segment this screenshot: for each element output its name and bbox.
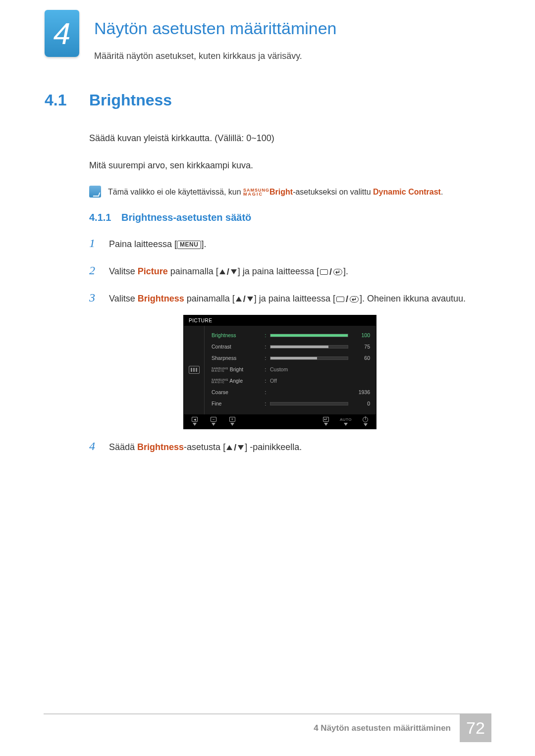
section-paragraph-2: Mitä suurempi arvo, sen kirkkaampi kuva.: [89, 158, 490, 173]
note-mid: -asetukseksi on valittu: [293, 188, 373, 196]
step4-pre: Säädä: [109, 442, 137, 452]
magic-bottom: MAGIC: [243, 192, 269, 196]
osd-header: PICTURE: [184, 315, 376, 326]
source-enter-icon: /: [336, 292, 359, 307]
osd-row-fine: Fine : 0: [212, 398, 370, 409]
step4-post: ] -painikkeella.: [245, 442, 302, 452]
step3-mid1: painamalla [: [184, 294, 235, 303]
source-enter-icon: /: [320, 264, 342, 280]
step-3-text: Valitse Brightness painamalla [/] ja pai…: [109, 291, 466, 307]
step2-pre: Valitse: [109, 266, 138, 276]
up-down-arrow-icon: /: [226, 440, 244, 455]
osd-plus-icon: +: [229, 417, 235, 426]
osd-value: 1936: [353, 389, 370, 395]
step-3: 3 Valitse Brightness painamalla [/] ja p…: [89, 288, 490, 308]
osd-footer-right: ↵ AUTO: [323, 417, 368, 426]
footer-label: 4 Näytön asetusten määrittäminen: [314, 714, 460, 742]
osd-slider: [270, 334, 348, 337]
osd-row-coarse: Coarse : 1936: [212, 387, 370, 398]
step4-brightness: Brightness: [137, 442, 184, 452]
step-number: 3: [89, 288, 109, 308]
osd-value: 60: [353, 355, 370, 361]
osd-colon: :: [261, 378, 270, 384]
step2-mid1: painamalla [: [168, 266, 218, 276]
osd-menu-screenshot: PICTURE Brightness : 100 Contrast :: [183, 315, 376, 429]
osd-slider-fill: [270, 346, 328, 348]
osd-value: Off: [270, 378, 277, 384]
step-4-text: Säädä Brightness-asetusta [/] -painikkee…: [109, 440, 302, 455]
osd-slider: [270, 356, 348, 360]
osd-body: Brightness : 100 Contrast : 75: [184, 326, 376, 414]
section-heading: 4.1 Brightness: [45, 91, 490, 109]
step-2-text: Valitse Picture painamalla [/] ja paina …: [109, 264, 348, 280]
osd-row-magic-angle: SAMSUNGMAGIC Angle : Off: [212, 375, 370, 387]
osd-row-contrast: Contrast : 75: [212, 341, 370, 353]
note-post: .: [441, 188, 443, 196]
osd-label: Contrast: [212, 344, 261, 350]
osd-slider-fill: [270, 334, 348, 337]
chapter-number-box: 4: [45, 10, 79, 57]
osd-label: Brightness: [212, 332, 261, 338]
step-1-text: Paina laitteessa [MENU].: [109, 237, 206, 252]
osd-back-icon: ◂: [192, 417, 198, 426]
step3-mid2: ] ja paina laitteessa [: [254, 294, 335, 303]
osd-label: Fine: [212, 401, 261, 406]
osd-value: 75: [353, 344, 370, 350]
osd-auto-label: AUTO: [340, 417, 352, 426]
note-text: Tämä valikko ei ole käytettävissä, kun S…: [108, 186, 443, 199]
osd-slider: [270, 345, 348, 349]
samsung-magic-icon: SAMSUNGMAGIC: [212, 367, 228, 372]
osd-bar-wrap: 100: [270, 332, 370, 338]
samsung-magic-label: SAMSUNG MAGIC: [243, 188, 269, 196]
osd-value: Custom: [270, 366, 288, 372]
menu-button-icon: MENU: [177, 241, 201, 249]
step-1: 1 Paina laitteessa [MENU].: [89, 233, 490, 253]
note-bright: Bright: [269, 188, 293, 196]
picture-category-icon: [189, 366, 200, 374]
osd-label: SAMSUNGMAGIC Bright: [212, 366, 261, 372]
osd-label: Coarse: [212, 389, 261, 395]
step-number: 2: [89, 260, 109, 281]
note: Tämä valikko ei ole käytettävissä, kun S…: [89, 186, 490, 199]
subsection-number: 4.1.1: [89, 212, 121, 223]
osd-colon: :: [261, 344, 270, 350]
step4-mid: -asetusta [: [184, 442, 225, 452]
section-paragraph-1: Säädä kuvan yleistä kirkkautta. (Välillä…: [89, 131, 490, 146]
osd-slider: [270, 402, 348, 405]
osd-label-text: Bright: [228, 366, 243, 372]
step1-post: ].: [201, 239, 206, 249]
osd-label-text: Angle: [228, 378, 243, 384]
osd-colon: :: [261, 401, 270, 406]
chapter-header: 4 Näytön asetusten määrittäminen Määritä…: [0, 0, 535, 61]
osd-value: 0: [353, 401, 370, 406]
step3-pre: Valitse: [109, 294, 138, 303]
osd-power-icon: [363, 417, 368, 426]
step-number: 4: [89, 436, 109, 456]
samsung-magic-icon: SAMSUNGMAGIC: [212, 379, 228, 384]
osd-footer-left: ◂ − +: [192, 417, 235, 426]
osd-row-brightness: Brightness : 100: [212, 330, 370, 341]
step1-pre: Paina laitteessa [: [109, 239, 177, 249]
step2-picture: Picture: [138, 266, 168, 276]
note-icon: [89, 186, 101, 198]
osd-row-magic-bright: SAMSUNGMAGIC Bright : Custom: [212, 364, 370, 375]
chapter-title: Näytön asetusten määrittäminen: [94, 19, 336, 38]
step2-post: ].: [343, 266, 348, 276]
section-title: Brightness: [89, 91, 172, 109]
osd-colon: :: [261, 367, 270, 372]
osd-minus-icon: −: [211, 417, 216, 426]
step-number: 1: [89, 233, 109, 253]
step-2: 2 Valitse Picture painamalla [/] ja pain…: [89, 260, 490, 281]
step2-mid2: ] ja paina laitteessa [: [238, 266, 319, 276]
note-pre: Tämä valikko ei ole käytettävissä, kun: [108, 188, 243, 196]
osd-value: 100: [353, 332, 370, 338]
osd-slider-fill: [270, 357, 317, 359]
osd-label: SAMSUNGMAGIC Angle: [212, 378, 261, 384]
osd-colon: :: [261, 355, 270, 361]
page-number: 72: [460, 713, 491, 742]
chapter-description: Määritä näytön asetukset, kuten kirkkaus…: [94, 51, 336, 61]
up-down-arrow-icon: /: [236, 292, 253, 307]
osd-colon: :: [261, 390, 270, 395]
osd-list: Brightness : 100 Contrast : 75: [205, 326, 376, 414]
osd-sidebar: [184, 326, 205, 414]
